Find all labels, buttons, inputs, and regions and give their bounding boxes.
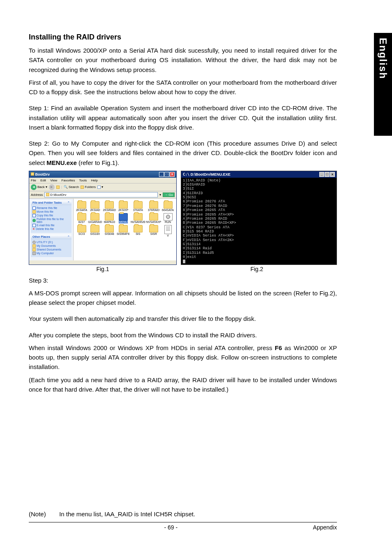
- folder-item[interactable]: 2KSiXP: [117, 201, 130, 211]
- dos-line: C)VIA 8237 Series ATA: [183, 225, 229, 230]
- folder-item[interactable]: 8237: [76, 213, 87, 223]
- page-content: Installing the RAID drivers To install W…: [0, 0, 366, 543]
- dos-minimize-button[interactable]: _: [319, 172, 324, 177]
- folder-item[interactable]: SISR: [146, 225, 161, 237]
- menu-favorites[interactable]: Favorites: [62, 179, 75, 182]
- task-move[interactable]: Move this file: [32, 210, 70, 214]
- fig1-caption: Fig.1: [29, 266, 177, 272]
- task-rename[interactable]: Rename this file: [32, 207, 70, 210]
- back-icon: ◄: [31, 184, 37, 190]
- place-mycomputer[interactable]: My Computer: [32, 252, 70, 255]
- figure-captions: Fig.1 Fig.2: [29, 266, 337, 272]
- menu-file[interactable]: File: [31, 179, 36, 182]
- folder-item[interactable]: 664SATA: [162, 201, 174, 211]
- dos-line: 0)exit: [183, 255, 196, 259]
- maximize-button[interactable]: □: [164, 172, 169, 177]
- menu-tools[interactable]: Tools: [79, 179, 87, 182]
- bat-icon: [164, 213, 173, 220]
- places-panel-body: UTILITY (D:) My Documents Shared Documen…: [31, 239, 71, 257]
- step-3b: Your system will then automatically zip …: [29, 314, 337, 323]
- address-label: Address: [31, 193, 43, 197]
- folder-item[interactable]: MAPA10: [103, 213, 116, 223]
- task-email[interactable]: E-mail this file: [32, 224, 70, 227]
- copy-icon: [32, 214, 36, 217]
- menu-edit[interactable]: Edit: [40, 179, 46, 182]
- address-input[interactable]: D:\BootDrv: [44, 192, 158, 197]
- language-tab: English: [374, 33, 392, 136]
- folder-item[interactable]: SIS648: [103, 225, 116, 237]
- folder-icon: [77, 201, 86, 209]
- folder-item[interactable]: 2KSiAD: [88, 201, 102, 211]
- fig2-caption: Fig.2: [177, 266, 337, 272]
- explorer-titlebar: BootDrv _ □ X: [29, 171, 176, 178]
- minimize-button[interactable]: _: [159, 172, 164, 177]
- folder-item[interactable]: SIS964FE: [117, 225, 130, 237]
- folder-item[interactable]: NVSATAXP: [146, 213, 161, 223]
- paragraph-intro-2: First of all, you have to copy the drive…: [29, 78, 337, 97]
- tasks-panel-header[interactable]: File and Folder Tasks⌃: [31, 200, 71, 205]
- folder-item[interactable]: SCI3: [76, 225, 87, 237]
- explorer-toolbar: ◄ Back ▾ ► | 🔍 Search Folders ▾: [29, 183, 176, 191]
- back-button[interactable]: ◄ Back ▾: [31, 184, 47, 190]
- folders-button[interactable]: Folders: [81, 185, 96, 189]
- task-publish[interactable]: Publish this file to the Web: [32, 218, 70, 223]
- dos-close-button[interactable]: x: [330, 172, 335, 177]
- folder-item[interactable]: SIS: [131, 225, 145, 237]
- folder-icon: [149, 225, 158, 232]
- folder-item[interactable]: 376ATA: [131, 201, 145, 211]
- places-panel-header[interactable]: Other Places⌃: [31, 234, 71, 239]
- folder-icon: [119, 213, 128, 220]
- page-footer: - 69 - Appendix: [29, 524, 337, 531]
- folder-icon: [119, 225, 128, 232]
- folder-item[interactable]: 2KSiRAID: [103, 201, 116, 211]
- up-button[interactable]: [56, 186, 60, 189]
- explorer-body: File and Folder Tasks⌃ Rename this file …: [29, 199, 176, 260]
- step-2c: (refer to Fig.1).: [77, 159, 119, 166]
- folder-icon: [149, 201, 158, 209]
- menu-view[interactable]: View: [50, 179, 57, 182]
- step-1-text: Step 1: Find an available Operation Syst…: [29, 103, 337, 132]
- folder-item[interactable]: NVSAN520: [131, 213, 145, 223]
- dos-maximize-button[interactable]: □: [325, 172, 330, 177]
- folder-item[interactable]: GIGARAID: [88, 213, 102, 223]
- folder-item[interactable]: SIS18X: [88, 225, 102, 237]
- menu-exe-item[interactable]: MENU: [117, 213, 130, 223]
- dos-line: 1)IAA_RAID (Note): [183, 179, 221, 183]
- task-delete[interactable]: ✕Delete this file: [32, 227, 70, 231]
- dos-line: I)Si3114 Raid5: [183, 251, 214, 255]
- folder-icon: [90, 225, 99, 232]
- shared-icon: [32, 248, 36, 251]
- go-button[interactable]: → Go: [163, 193, 175, 197]
- place-shared[interactable]: Shared Documents: [32, 248, 70, 251]
- place-mydocs[interactable]: My Documents: [32, 244, 70, 248]
- explorer-sidebar: File and Folder Tasks⌃ Rename this file …: [29, 199, 74, 260]
- explorer-menubar: File Edit View Favorites Tools Help: [29, 178, 176, 183]
- folder-item[interactable]: 2KSiATA: [76, 201, 87, 211]
- forward-button[interactable]: ►: [49, 184, 55, 190]
- dos-titlebar: C:\ D:\BootDrv\MENU.EXE _ □ x: [181, 171, 337, 178]
- explorer-folder-icon: [31, 172, 34, 176]
- place-utility[interactable]: UTILITY (D:): [32, 241, 70, 244]
- forward-icon: ►: [49, 184, 55, 190]
- explorer-file-pane[interactable]: 2KSiATA 2KSiAD 2KSiRAID 2KSiXP 376ATA 37…: [74, 199, 176, 260]
- dos-window: C:\ D:\BootDrv\MENU.EXE _ □ x 1)IAA_RAID…: [181, 171, 337, 265]
- dos-line: 9)Promise 20265 ATA<XP>: [183, 213, 234, 217]
- views-button[interactable]: ▾: [97, 185, 103, 189]
- search-button[interactable]: 🔍 Search: [64, 185, 79, 189]
- views-icon: [97, 186, 101, 189]
- folder-icon: [105, 225, 114, 232]
- folder-item[interactable]: 376RAID: [146, 201, 161, 211]
- task-copy[interactable]: Copy this file: [32, 214, 70, 217]
- file-item[interactable]: V: [162, 225, 174, 237]
- dos-line: E)nVIDIA Series ATA<XP>: [183, 234, 234, 238]
- dos-icon: C:\: [183, 172, 189, 176]
- folder-icon: [90, 213, 99, 220]
- file-item[interactable]: RUN: [162, 213, 174, 223]
- explorer-addressbar: Address D:\BootDrv ▾ → Go: [29, 191, 176, 199]
- up-icon: [56, 186, 60, 189]
- close-button[interactable]: X: [170, 172, 175, 177]
- dos-line: A)Promise 20265 RAID: [183, 217, 227, 221]
- menu-help[interactable]: Help: [91, 179, 98, 182]
- folder-icon: [134, 213, 143, 220]
- step-3-header: Step 3:: [29, 276, 337, 285]
